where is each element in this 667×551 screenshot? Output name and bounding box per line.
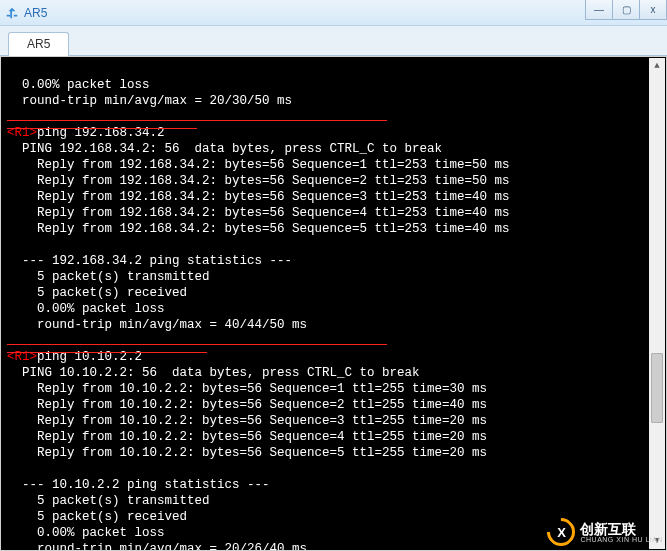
term-line: 5 packet(s) transmitted [7,494,210,508]
tab-ar5[interactable]: AR5 [8,32,69,56]
term-line: Reply from 192.168.34.2: bytes=56 Sequen… [7,190,510,204]
annotation-line [7,120,387,121]
window-title: AR5 [24,6,47,20]
term-line: Reply from 192.168.34.2: bytes=56 Sequen… [7,158,510,172]
term-line: Reply from 192.168.34.2: bytes=56 Sequen… [7,222,510,236]
minimize-button[interactable]: — [585,0,613,20]
watermark: X 创新互联 CHUANG XIN HU LIAN [546,517,663,547]
term-line: round-trip min/avg/max = 40/44/50 ms [7,318,307,332]
term-line: 0.00% packet loss [7,526,165,540]
annotation-line [7,128,197,129]
term-line: Reply from 10.10.2.2: bytes=56 Sequence=… [7,414,487,428]
term-line: 5 packet(s) received [7,510,187,524]
maximize-button[interactable]: ▢ [612,0,640,20]
watermark-logo-icon: X [546,517,576,547]
watermark-en: CHUANG XIN HU LIAN [580,536,663,543]
annotation-line [7,344,387,345]
watermark-text: 创新互联 CHUANG XIN HU LIAN [580,522,663,543]
window-titlebar: AR5 — ▢ x [0,0,667,26]
term-line: PING 192.168.34.2: 56 data bytes, press … [7,142,442,156]
term-line: 5 packet(s) transmitted [7,270,210,284]
terminal-scrollbar[interactable]: ▲ ▼ [649,58,665,549]
term-line: PING 10.10.2.2: 56 data bytes, press CTR… [7,366,420,380]
tab-label: AR5 [27,37,50,51]
term-line: Reply from 10.10.2.2: bytes=56 Sequence=… [7,430,487,444]
annotation-line [7,352,207,353]
term-line: Reply from 10.10.2.2: bytes=56 Sequence=… [7,398,487,412]
close-button[interactable]: x [639,0,667,20]
term-line: Reply from 192.168.34.2: bytes=56 Sequen… [7,206,510,220]
scroll-up-arrow[interactable]: ▲ [651,58,663,74]
term-line: round-trip min/avg/max = 20/30/50 ms [7,94,292,108]
svg-rect-1 [14,14,18,16]
term-line: round-trip min/avg/max = 20/26/40 ms [7,542,307,551]
term-line: --- 192.168.34.2 ping statistics --- [7,254,292,268]
scroll-thumb[interactable] [651,353,663,423]
window-controls: — ▢ x [586,0,667,20]
svg-rect-0 [7,14,11,16]
watermark-logo-letter: X [557,525,566,540]
term-line: 5 packet(s) received [7,286,187,300]
term-line: Reply from 10.10.2.2: bytes=56 Sequence=… [7,446,487,460]
term-line: 0.00% packet loss [7,78,150,92]
app-icon [4,5,20,21]
term-line: 0.00% packet loss [7,302,165,316]
term-line: --- 10.10.2.2 ping statistics --- [7,478,270,492]
terminal-output[interactable]: 0.00% packet loss round-trip min/avg/max… [0,56,667,551]
term-line: Reply from 192.168.34.2: bytes=56 Sequen… [7,174,510,188]
tab-bar: AR5 [0,26,667,56]
watermark-cn: 创新互联 [580,522,663,536]
term-line: Reply from 10.10.2.2: bytes=56 Sequence=… [7,382,487,396]
